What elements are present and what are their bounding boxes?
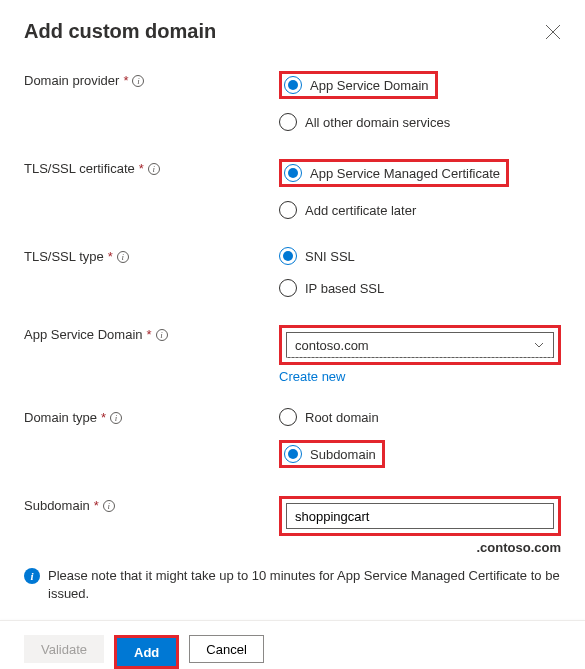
cancel-button[interactable]: Cancel — [189, 635, 263, 663]
tls-cert-later-radio[interactable] — [279, 201, 297, 219]
app-service-domain-select[interactable]: contoso.com — [286, 332, 554, 358]
tls-type-sni-label: SNI SSL — [305, 249, 355, 264]
domain-provider-label: Domain provider — [24, 73, 119, 88]
domain-type-root-label: Root domain — [305, 410, 379, 425]
info-icon[interactable]: i — [110, 412, 122, 424]
domain-type-sub-radio[interactable] — [284, 445, 302, 463]
domain-provider-other-radio[interactable] — [279, 113, 297, 131]
tls-cert-label: TLS/SSL certificate — [24, 161, 135, 176]
chevron-down-icon — [533, 339, 545, 351]
subdomain-suffix: .contoso.com — [279, 540, 561, 555]
app-service-domain-label: App Service Domain — [24, 327, 143, 342]
required-mark: * — [139, 161, 144, 176]
tls-type-ip-label: IP based SSL — [305, 281, 384, 296]
tls-type-ip-radio[interactable] — [279, 279, 297, 297]
close-icon[interactable] — [545, 24, 561, 40]
domain-provider-appservice-radio[interactable] — [284, 76, 302, 94]
tls-cert-later-label: Add certificate later — [305, 203, 416, 218]
info-icon: i — [24, 568, 40, 584]
required-mark: * — [94, 498, 99, 513]
info-icon[interactable]: i — [103, 500, 115, 512]
page-title: Add custom domain — [24, 20, 216, 43]
domain-provider-appservice-label: App Service Domain — [310, 78, 429, 93]
domain-type-label: Domain type — [24, 410, 97, 425]
add-button[interactable]: Add — [117, 638, 176, 666]
info-icon[interactable]: i — [148, 163, 160, 175]
app-service-domain-value: contoso.com — [295, 338, 369, 353]
create-new-link[interactable]: Create new — [279, 369, 345, 384]
tls-type-sni-radio[interactable] — [279, 247, 297, 265]
info-icon[interactable]: i — [117, 251, 129, 263]
tls-cert-managed-radio[interactable] — [284, 164, 302, 182]
required-mark: * — [147, 327, 152, 342]
info-icon[interactable]: i — [132, 75, 144, 87]
domain-provider-other-label: All other domain services — [305, 115, 450, 130]
subdomain-input[interactable] — [286, 503, 554, 529]
tls-cert-managed-label: App Service Managed Certificate — [310, 166, 500, 181]
note-text: Please note that it might take up to 10 … — [48, 567, 561, 602]
domain-type-sub-label: Subdomain — [310, 447, 376, 462]
subdomain-label: Subdomain — [24, 498, 90, 513]
info-icon[interactable]: i — [156, 329, 168, 341]
domain-type-root-radio[interactable] — [279, 408, 297, 426]
tls-type-label: TLS/SSL type — [24, 249, 104, 264]
required-mark: * — [101, 410, 106, 425]
required-mark: * — [123, 73, 128, 88]
required-mark: * — [108, 249, 113, 264]
validate-button[interactable]: Validate — [24, 635, 104, 663]
